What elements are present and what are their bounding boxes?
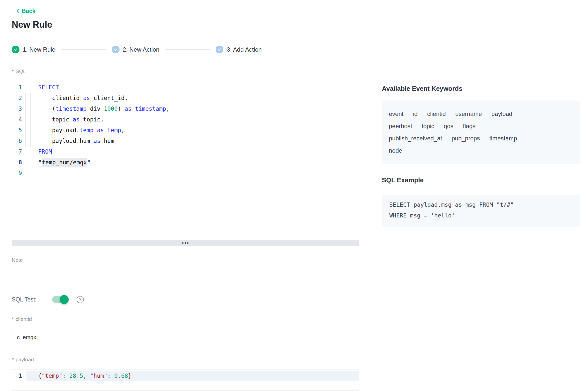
code-line: 1{"temp": 28.5, "hum": 0.68} [12, 371, 359, 381]
step-add-action[interactable]: 3. Add Action [216, 46, 262, 53]
code-line: 4 topic as topic, [12, 114, 359, 125]
sql-test-row: SQL Test: ? [12, 296, 84, 303]
code-line: 9 [12, 168, 359, 179]
keyword-item: node [389, 144, 402, 157]
line-number: 4 [12, 114, 26, 125]
line-content: "temp_hum/emqx" [26, 157, 359, 168]
step-new-rule[interactable]: 1. New Rule [12, 46, 55, 53]
toggle-knob [60, 295, 69, 304]
code-line: 1SELECT [12, 82, 359, 93]
code-line: 6 payload.hum as hum [12, 136, 359, 146]
clientid-field-label: *clientid [12, 316, 32, 322]
sql-test-label: SQL Test: [12, 296, 37, 303]
step-label: 1. New Rule [23, 46, 55, 53]
check-circle-icon [112, 46, 120, 53]
keyword-row: eventidclientidusernamepayload [389, 108, 573, 120]
keyword-item: flags [463, 120, 476, 132]
line-number: 9 [12, 168, 26, 179]
keyword-item: payload [491, 108, 512, 120]
step-label: 2. New Action [123, 46, 159, 53]
page-title: New Rule [12, 19, 52, 30]
line-number: 1 [12, 371, 26, 381]
keyword-item: clientid [427, 108, 446, 120]
chevron-left-icon [16, 9, 20, 14]
step-label: 3. Add Action [227, 46, 262, 53]
sql-example-panel: SELECT payload.msg as msg FROM "t/#" WHE… [382, 195, 580, 227]
check-circle-icon [12, 46, 19, 53]
code-line: 3 (timestamp div 1000) as timestamp, [12, 103, 359, 114]
keyword-item: timestamp [489, 132, 517, 144]
keyword-item: event [389, 108, 404, 120]
step-connector [61, 49, 106, 50]
required-marker: * [12, 68, 14, 74]
line-number: 6 [12, 136, 26, 146]
code-line: 5 payload.temp as temp, [12, 125, 359, 136]
back-label: Back [22, 8, 35, 14]
line-content: (timestamp div 1000) as timestamp, [26, 103, 359, 114]
line-content: payload.hum as hum [26, 136, 359, 146]
keyword-row: publish_received_atpub_propstimestamp [389, 132, 573, 144]
line-number: 8 [12, 157, 26, 168]
payload-field-label: *payload [12, 357, 34, 363]
line-content [26, 168, 359, 179]
keyword-item: qos [444, 120, 453, 132]
line-content: topic as topic, [26, 114, 359, 125]
line-content: FROM [26, 146, 359, 157]
code-line: 7FROM [12, 146, 359, 157]
check-circle-icon [216, 46, 223, 53]
keyword-item: peerhost [389, 120, 412, 132]
step-wizard: 1. New Rule 2. New Action 3. Add Action [12, 46, 262, 53]
line-number: 3 [12, 103, 26, 114]
line-number: 1 [12, 82, 26, 93]
indent-guide [30, 93, 31, 147]
line-content: clientid as client_id, [26, 93, 359, 103]
required-marker: * [12, 357, 14, 362]
keyword-item: pub_props [451, 132, 480, 144]
indent-guide [25, 93, 26, 147]
line-number: 5 [12, 125, 26, 136]
sql-example-title: SQL Example [382, 176, 424, 184]
sql-code-editor[interactable]: 1SELECT2 clientid as client_id,3 (timest… [12, 81, 359, 246]
keywords-panel: eventidclientidusernamepayloadpeerhostto… [382, 100, 580, 164]
line-content: SELECT [26, 82, 359, 93]
keyword-row: node [389, 144, 573, 157]
back-link[interactable]: Back [16, 8, 35, 14]
line-number: 2 [12, 93, 26, 103]
note-input[interactable] [12, 270, 359, 285]
keyword-item: username [455, 108, 482, 120]
payload-code-area[interactable]: 1{"temp": 28.5, "hum": 0.68} [12, 370, 359, 381]
step-connector [165, 49, 210, 50]
sql-example-line: WHERE msg = 'hello' [389, 210, 573, 221]
code-line: 2 clientid as client_id, [12, 93, 359, 103]
clientid-input[interactable] [12, 330, 359, 345]
line-number: 7 [12, 146, 26, 157]
keyword-item: publish_received_at [389, 132, 442, 144]
note-field-label: Note [12, 257, 23, 263]
keyword-item: id [413, 108, 418, 120]
line-content: payload.temp as temp, [26, 125, 359, 136]
line-content: {"temp": 28.5, "hum": 0.68} [26, 371, 359, 381]
sql-example-line: SELECT payload.msg as msg FROM "t/#" [389, 199, 573, 210]
sql-field-label: *SQL [12, 68, 26, 74]
keyword-row: peerhosttopicqosflags [389, 120, 573, 132]
payload-code-editor[interactable]: 1{"temp": 28.5, "hum": 0.68} [12, 370, 359, 391]
editor-resize-handle[interactable] [12, 240, 359, 246]
keyword-item: topic [422, 120, 434, 132]
step-new-action[interactable]: 2. New Action [112, 46, 159, 53]
sql-test-toggle[interactable] [52, 296, 68, 303]
keywords-panel-title: Available Event Keywords [382, 85, 462, 93]
code-line: 8"temp_hum/emqx" [12, 157, 359, 168]
required-marker: * [12, 316, 14, 322]
sql-code-area[interactable]: 1SELECT2 clientid as client_id,3 (timest… [12, 81, 359, 179]
help-icon[interactable]: ? [77, 296, 84, 303]
